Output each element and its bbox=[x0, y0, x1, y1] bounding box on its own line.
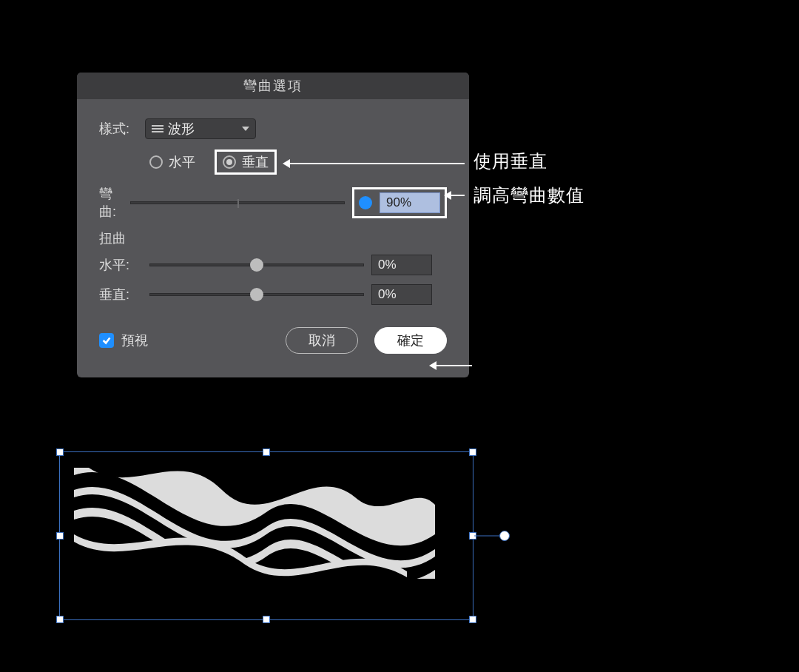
bend-value-highlight: 90% bbox=[352, 187, 447, 218]
bbox-handle[interactable] bbox=[56, 448, 64, 456]
radio-vertical-label: 垂直 bbox=[242, 153, 269, 171]
bend-slider-knob[interactable] bbox=[359, 196, 372, 209]
dialog-footer: 預視 取消 確定 bbox=[77, 314, 469, 354]
style-dropdown[interactable]: 波形 bbox=[145, 118, 256, 139]
bend-slider[interactable] bbox=[130, 201, 345, 204]
bbox-handle[interactable] bbox=[263, 616, 270, 623]
radio-icon-checked bbox=[223, 155, 236, 169]
dialog-content: 樣式: 波形 水平 垂直 彎曲: bbox=[77, 99, 469, 305]
checkmark-icon bbox=[99, 333, 114, 348]
rotate-handle[interactable] bbox=[499, 531, 510, 541]
annotation-text-vertical: 使用垂直 bbox=[473, 149, 547, 173]
dist-h-value: 0% bbox=[378, 258, 397, 272]
bbox-handle[interactable] bbox=[263, 448, 270, 456]
warped-artwork[interactable] bbox=[74, 468, 435, 579]
annotation-arrow-ok bbox=[436, 365, 472, 366]
annotation-arrow-bend bbox=[451, 195, 465, 196]
preview-label-text: 預視 bbox=[121, 332, 148, 349]
dialog-title: 彎曲選項 bbox=[243, 77, 303, 95]
annotation-arrow-vertical bbox=[290, 163, 465, 164]
wave-artwork-svg bbox=[74, 468, 435, 579]
radio-horizontal-label: 水平 bbox=[169, 153, 195, 171]
wave-icon bbox=[152, 123, 163, 135]
bbox-handle[interactable] bbox=[469, 448, 476, 456]
bend-value-input[interactable]: 90% bbox=[380, 192, 440, 213]
annotation-text-bend: 調高彎曲數值 bbox=[473, 184, 584, 207]
style-label: 樣式: bbox=[99, 120, 142, 138]
ok-button[interactable]: 確定 bbox=[374, 327, 447, 354]
preview-checkbox[interactable]: 預視 bbox=[99, 332, 269, 349]
style-row: 樣式: 波形 bbox=[99, 118, 447, 139]
dist-vertical-row: 垂直: 0% bbox=[99, 284, 447, 305]
bend-value: 90% bbox=[386, 195, 411, 210]
bbox-handle[interactable] bbox=[56, 532, 64, 540]
bbox-handle[interactable] bbox=[56, 616, 64, 623]
direction-row: 水平 垂直 bbox=[99, 149, 447, 175]
bend-row: 彎曲: 90% bbox=[99, 185, 447, 221]
dist-h-value-input[interactable]: 0% bbox=[371, 255, 432, 275]
radio-icon-unchecked bbox=[149, 155, 163, 169]
cancel-button-label: 取消 bbox=[309, 332, 335, 349]
dist-horizontal-row: 水平: 0% bbox=[99, 255, 447, 275]
distortion-label: 扭曲 bbox=[99, 229, 447, 247]
dist-h-slider[interactable] bbox=[149, 263, 364, 266]
chevron-down-icon bbox=[242, 127, 249, 131]
dist-h-label: 水平: bbox=[99, 256, 142, 274]
dist-v-slider[interactable] bbox=[149, 293, 364, 296]
dist-v-value: 0% bbox=[378, 287, 397, 302]
bbox-handle[interactable] bbox=[469, 616, 476, 623]
dist-v-label: 垂直: bbox=[99, 286, 142, 303]
ok-button-label: 確定 bbox=[397, 332, 424, 349]
radio-vertical[interactable]: 垂直 bbox=[215, 149, 277, 175]
style-value: 波形 bbox=[168, 120, 195, 138]
bend-label: 彎曲: bbox=[99, 185, 123, 221]
cancel-button[interactable]: 取消 bbox=[286, 327, 358, 354]
dist-v-value-input[interactable]: 0% bbox=[371, 284, 432, 305]
dist-v-knob[interactable] bbox=[250, 288, 263, 301]
warp-options-dialog: 彎曲選項 樣式: 波形 水平 垂直 bbox=[77, 73, 469, 377]
radio-horizontal[interactable]: 水平 bbox=[142, 150, 203, 174]
slider-tick-icon bbox=[237, 199, 239, 208]
dist-h-knob[interactable] bbox=[250, 258, 263, 272]
dialog-titlebar: 彎曲選項 bbox=[77, 73, 469, 99]
